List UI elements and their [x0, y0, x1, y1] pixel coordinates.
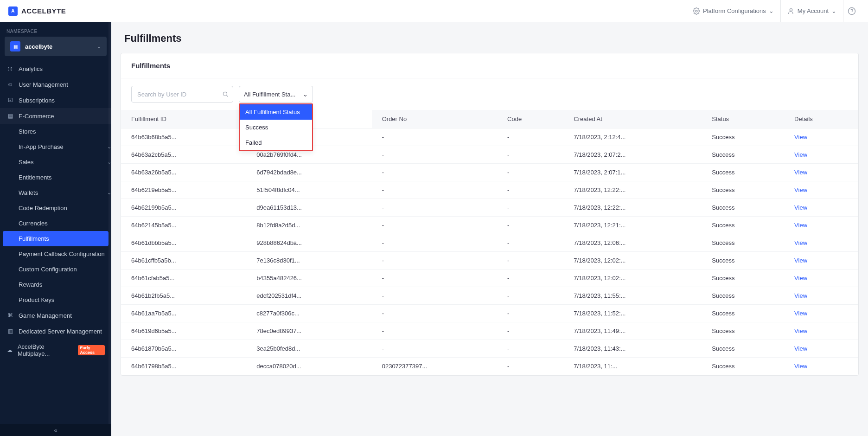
table-row: 64b62199b5a5...d9ea61153d13...--7/18/202… — [121, 199, 858, 217]
dropdown-option-success[interactable]: Success — [240, 120, 312, 135]
sidebar-sub-sales[interactable]: Sales⌄ — [0, 154, 111, 170]
gamepad-icon: ⌘ — [6, 312, 14, 319]
cell-created-at: 7/18/2023, 12:21:... — [563, 217, 702, 234]
sidebar-sub-payment-callback[interactable]: Payment Callback Configuration — [0, 246, 111, 262]
view-link[interactable]: View — [794, 257, 807, 264]
cell-order-no: - — [372, 287, 497, 305]
cell-status: Success — [702, 128, 784, 146]
sidebar-sub-stores[interactable]: Stores — [0, 124, 111, 139]
sidebar-item-label: E-Commerce — [19, 113, 54, 120]
cell-code: - — [497, 322, 563, 340]
sidebar-item-subscriptions[interactable]: ☑ Subscriptions — [0, 92, 111, 108]
search-icon — [222, 91, 229, 97]
view-link[interactable]: View — [794, 186, 807, 193]
view-link[interactable]: View — [794, 292, 807, 299]
chart-icon: ⫾⫾ — [6, 65, 14, 72]
view-link[interactable]: View — [794, 239, 807, 246]
cell-user-id: 7e136c8d30f1... — [246, 252, 371, 269]
cell-order-no: 023072377397... — [372, 358, 497, 375]
sidebar-sub-rewards[interactable]: Rewards — [0, 277, 111, 292]
cell-user-id: c8277a0f306c... — [246, 305, 371, 322]
cell-status: Success — [702, 217, 784, 234]
table-row: 64b61cfab5a5...b4355a482426...--7/18/202… — [121, 269, 858, 287]
sidebar-sub-fulfillments[interactable]: Fulfillments — [3, 231, 108, 246]
cell-status: Success — [702, 287, 784, 305]
sidebar-item-analytics[interactable]: ⫾⫾ Analytics — [0, 61, 111, 77]
brand: A ACCELBYTE — [8, 6, 66, 16]
cell-user-id: 3ea25b0fed8d... — [246, 340, 371, 358]
dropdown-option-failed[interactable]: Failed — [240, 135, 312, 150]
my-account-menu[interactable]: My Account ⌄ — [780, 0, 843, 22]
cell-status: Success — [702, 146, 784, 164]
sidebar-sub-product-keys[interactable]: Product Keys — [0, 292, 111, 308]
cell-code: - — [497, 269, 563, 287]
early-access-badge: Early Access — [78, 345, 105, 355]
cell-status: Success — [702, 340, 784, 358]
svg-point-0 — [696, 10, 697, 12]
user-icon — [787, 7, 795, 15]
cell-order-no: - — [372, 252, 497, 269]
table-row: 64b61b2fb5a5...edcf202531df4...--7/18/20… — [121, 287, 858, 305]
cell-fulfillment-id: 64b61870b5a5... — [121, 340, 246, 358]
sidebar-sub-in-app-purchase[interactable]: In-App Purchase⌄ — [0, 139, 111, 154]
chevron-down-icon: ⌄ — [831, 7, 836, 14]
chevron-down-icon: ⌄ — [97, 44, 101, 50]
cell-code: - — [497, 164, 563, 181]
sidebar-item-dedicated-server[interactable]: ▥ Dedicated Server Management — [0, 323, 111, 339]
cell-created-at: 7/18/2023, 12:06:... — [563, 234, 702, 252]
my-account-label: My Account — [798, 7, 829, 14]
cell-fulfillment-id: 64b61cfab5a5... — [121, 269, 246, 287]
sidebar-sub-wallets[interactable]: Wallets⌄ — [0, 185, 111, 200]
main-content: Fulfillments Fulfillments All Fulfillmen… — [111, 22, 868, 436]
view-link[interactable]: View — [794, 275, 807, 282]
namespace-label: NAMESPACE — [0, 22, 111, 37]
cell-created-at: 7/18/2023, 2:12:4... — [563, 128, 702, 146]
cell-user-id: d9ea61153d13... — [246, 199, 371, 217]
table-row: 64b61cffb5a5b...7e136c8d30f1...--7/18/20… — [121, 252, 858, 269]
user-icon: ☺ — [6, 81, 14, 88]
help-button[interactable] — [843, 0, 860, 22]
sidebar-sub-entitlements[interactable]: Entitlements — [0, 170, 111, 185]
view-link[interactable]: View — [794, 151, 807, 158]
namespace-selector[interactable]: ▦ accelbyte ⌄ — [5, 37, 107, 56]
fulfillments-card: Fulfillments All Fulfillment Sta... ⌄ Al… — [121, 53, 859, 376]
platform-config-menu[interactable]: Platform Configurations ⌄ — [686, 0, 780, 22]
sidebar-collapse-button[interactable]: « — [0, 424, 111, 436]
sidebar-sub-label: Rewards — [19, 281, 42, 288]
cell-code: - — [497, 181, 563, 199]
cell-created-at: 7/18/2023, 12:02:... — [563, 269, 702, 287]
cell-code: - — [497, 305, 563, 322]
table-row: 64b61870b5a5...3ea25b0fed8d...--7/18/202… — [121, 340, 858, 358]
cell-status: Success — [702, 305, 784, 322]
search-input[interactable] — [131, 86, 233, 103]
sidebar-item-game-management[interactable]: ⌘ Game Management — [0, 308, 111, 323]
scrollbar[interactable] — [108, 22, 111, 436]
status-filter-select[interactable]: All Fulfillment Sta... ⌄ — [239, 86, 313, 103]
sidebar-sub-label: In-App Purchase — [19, 143, 64, 150]
cell-order-no: - — [372, 164, 497, 181]
view-link[interactable]: View — [794, 310, 807, 317]
cell-code: - — [497, 217, 563, 234]
cell-fulfillment-id: 64b63b68b5a5... — [121, 128, 246, 146]
view-link[interactable]: View — [794, 204, 807, 211]
sidebar-sub-currencies[interactable]: Currencies — [0, 216, 111, 231]
view-link[interactable]: View — [794, 134, 807, 141]
table-row: 64b63b68b5a5...--7/18/2023, 2:12:4...Suc… — [121, 128, 858, 146]
dropdown-option-all[interactable]: All Fulfillment Status — [240, 104, 312, 120]
view-link[interactable]: View — [794, 345, 807, 352]
sidebar-item-user-management[interactable]: ☺ User Management — [0, 77, 111, 92]
sidebar-item-ecommerce[interactable]: ▤ E-Commerce — [0, 108, 111, 124]
cell-created-at: 7/18/2023, 11:... — [563, 358, 702, 375]
col-status: Status — [702, 110, 784, 128]
sidebar-sub-code-redemption[interactable]: Code Redemption — [0, 200, 111, 216]
view-link[interactable]: View — [794, 169, 807, 176]
view-link[interactable]: View — [794, 363, 807, 370]
sidebar-item-label: Analytics — [19, 65, 43, 72]
view-link[interactable]: View — [794, 327, 807, 334]
brand-text: ACCELBYTE — [21, 7, 66, 15]
sidebar-item-label: Game Management — [19, 312, 72, 319]
view-link[interactable]: View — [794, 222, 807, 229]
check-icon: ☑ — [6, 96, 14, 104]
sidebar-item-multiplayer[interactable]: ☁ AccelByte Multiplaye... Early Access — [0, 339, 111, 361]
sidebar-sub-custom-config[interactable]: Custom Configuration — [0, 262, 111, 277]
